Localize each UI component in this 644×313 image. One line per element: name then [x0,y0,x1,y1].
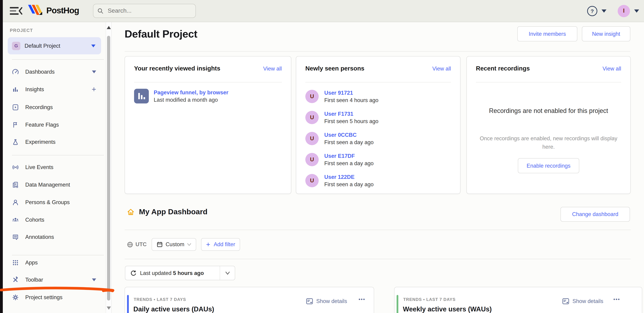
refresh-icon [130,270,136,276]
window-edge [0,0,3,313]
annotation-icon [12,234,19,241]
person-link[interactable]: User 122DE [324,173,374,180]
new-insight-button[interactable]: New insight [582,26,630,41]
dashboard-filters: UTC Custom + Add filter [127,238,240,251]
date-range-button[interactable]: Custom [152,238,196,251]
person-first-seen: First seen 5 hours ago [324,117,378,125]
help-menu[interactable]: ? [587,6,606,16]
scrollbar-thumb[interactable] [107,36,110,301]
refresh-dropdown[interactable] [220,266,235,280]
sidebar-item-live-events[interactable]: Live Events [12,160,96,174]
person-row[interactable]: U User 122DE First seen a day ago [305,170,374,191]
sidebar-item-data-management[interactable]: E Data Management [12,178,96,192]
person-row[interactable]: U User F1731 First seen 5 hours ago [305,107,378,128]
sidebar-item-experiments[interactable]: Experiments [12,135,96,149]
person-first-seen: First seen a day ago [324,138,374,146]
sidebar-item-label: Feature Flags [25,122,59,128]
home-icon [127,208,134,216]
show-details-label: Show details [316,298,347,305]
posthog-logo[interactable]: PostHog [28,4,79,16]
avatar: U [305,111,319,124]
insight-tag: TRENDS • LAST 7 DAYS [403,297,456,302]
page-title: Default Project [124,28,197,40]
plus-icon[interactable]: + [92,86,96,93]
refresh-button[interactable]: Last updated 5 hours ago [125,266,235,280]
divider [134,82,282,82]
newly-seen-persons-card: Newly seen persons View all U User 91721… [296,56,460,194]
sidebar-item-persons-groups[interactable]: Persons & Groups [12,195,96,209]
sidebar-item-insights[interactable]: Insights + [12,82,96,96]
invite-members-button[interactable]: Invite members [517,26,577,41]
card-title: Recent recordings [476,65,530,72]
person-row[interactable]: U User 91721 First seen 4 hours ago [305,86,378,107]
show-details-button[interactable]: Show details [562,298,603,305]
card-title: Newly seen persons [305,65,364,72]
flag-icon [12,121,19,128]
bar-chart-icon [12,86,19,93]
person-row[interactable]: U User 0CCBC First seen a day ago [305,128,374,149]
change-dashboard-button[interactable]: Change dashboard [560,207,630,222]
sidebar-item-label: Dashboards [25,69,54,75]
sidebar-item-cohorts[interactable]: Cohorts [12,213,96,227]
help-icon: ? [587,6,597,16]
insight-card-wau[interactable]: TRENDS • LAST 7 DAYS Weekly active users… [394,287,642,313]
posthog-app: PostHog ? I PROJECT G Default Project [0,0,644,313]
person-link[interactable]: User E17DF [324,152,374,159]
posthog-logo-icon [28,4,44,16]
enable-recordings-button[interactable]: Enable recordings [518,158,579,173]
apps-grid-icon [12,259,19,266]
sidebar-item-label: Recordings [25,104,53,110]
show-details-button[interactable]: Show details [306,298,347,305]
insight-subtitle: Last modified a month ago [154,96,228,104]
person-link[interactable]: User 91721 [324,89,378,96]
chevron-down-icon [225,272,230,275]
person-row[interactable]: U User E17DF First seen a day ago [305,149,374,170]
avatar: U [305,174,319,187]
project-switcher[interactable]: G Default Project [8,37,101,54]
more-menu-icon[interactable]: ••• [614,296,620,302]
divider [12,255,104,255]
dashboard-title: My App Dashboard [139,208,208,216]
divider [476,82,621,82]
person-link[interactable]: User 0CCBC [324,131,374,138]
person-first-seen: First seen a day ago [324,159,374,167]
sidebar-item-annotations[interactable]: Annotations [12,230,96,244]
divider [305,82,451,82]
chevron-down-icon[interactable] [92,279,96,281]
sidebar-item-recordings[interactable]: Recordings [12,100,96,114]
logo-text: PostHog [46,5,79,15]
insight-accent-bar [396,295,398,313]
globe-icon [127,242,133,247]
chevron-down-icon [187,243,192,246]
view-all-link[interactable]: View all [432,66,451,72]
sidebar-collapse-button[interactable] [10,7,22,15]
sidebar-item-apps[interactable]: Apps [12,256,96,270]
search-input[interactable] [107,7,191,15]
view-all-link[interactable]: View all [602,66,621,72]
show-details-label: Show details [572,298,603,305]
insight-tag: TRENDS • LAST 7 DAYS [134,297,186,302]
chevron-down-icon[interactable] [92,70,96,73]
data-management-icon: E [12,181,19,188]
scroll-up-arrow-icon[interactable] [107,26,111,29]
account-menu[interactable]: I [611,5,639,17]
more-menu-icon[interactable]: ••• [359,296,365,302]
sidebar-item-dashboards[interactable]: Dashboards [12,65,96,79]
timezone-indicator[interactable]: UTC [127,241,147,248]
view-all-link[interactable]: View all [263,66,282,72]
insight-list-item[interactable]: Pageview funnel, by browser Last modifie… [134,89,228,104]
global-search[interactable] [93,4,196,18]
scroll-down-arrow-icon[interactable] [107,307,111,310]
person-link[interactable]: User F1731 [324,110,378,117]
calendar-icon [156,241,163,248]
insight-link[interactable]: Pageview funnel, by browser [154,89,228,96]
refresh-main[interactable]: Last updated 5 hours ago [125,266,220,280]
divider [12,155,104,155]
sidebar-item-label: Toolbar [25,277,43,283]
sidebar-item-project-settings[interactable]: Project settings [12,290,96,305]
play-icon [12,104,19,111]
add-filter-button[interactable]: + Add filter [201,238,240,251]
sidebar-item-toolbar[interactable]: Toolbar [12,273,96,287]
insight-card-dau[interactable]: TRENDS • LAST 7 DAYS Daily active users … [124,287,374,313]
sidebar-item-feature-flags[interactable]: Feature Flags [12,118,96,132]
